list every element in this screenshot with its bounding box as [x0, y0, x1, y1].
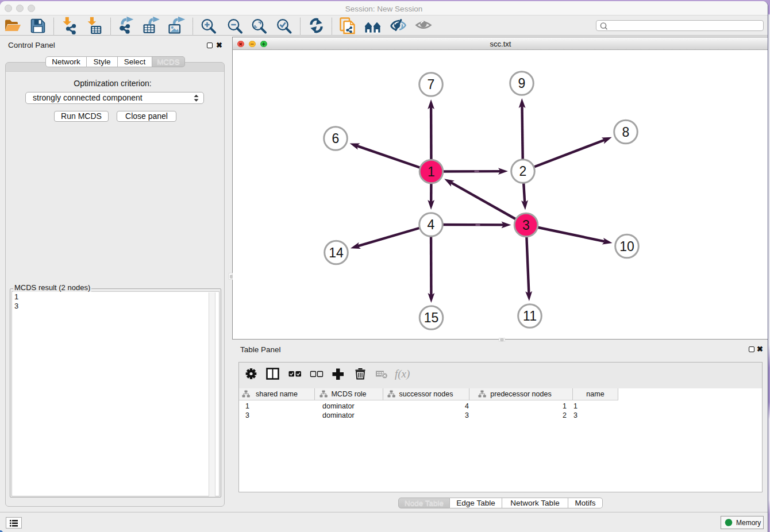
- svg-text:7: 7: [428, 77, 435, 92]
- svg-text:8: 8: [622, 125, 630, 140]
- svg-text:9: 9: [518, 76, 526, 91]
- svg-text:11: 11: [523, 309, 537, 323]
- svg-text:1: 1: [428, 164, 435, 179]
- svg-text:6: 6: [332, 131, 340, 146]
- svg-text:f(x): f(x): [395, 368, 410, 380]
- svg-text:4: 4: [428, 217, 435, 232]
- svg-text:14: 14: [329, 245, 344, 260]
- svg-text:Memory: Memory: [736, 519, 761, 527]
- svg-text:10: 10: [619, 239, 634, 254]
- svg-text:2: 2: [519, 164, 527, 179]
- svg-text:3: 3: [522, 218, 530, 233]
- svg-text:15: 15: [424, 310, 439, 325]
